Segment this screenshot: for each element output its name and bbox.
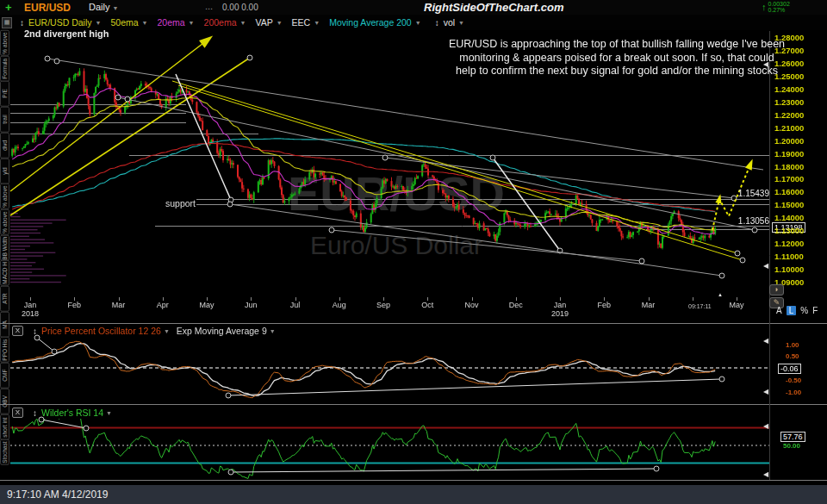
y-axis-price-label: 1.14000 [774,213,804,222]
ppo-axis-label: -1.00 [786,389,801,396]
x-axis-month-label: Jan [554,301,567,309]
scale-button-l[interactable]: L [787,306,797,315]
status-bar: 9:17:10 AM 4/12/2019 [0,485,827,504]
drawing-tools: ◗ ✎ [769,284,784,308]
scale-arrow-icon[interactable]: ◀ [763,262,768,270]
y-axis-price-label: 1.28000 [774,33,804,42]
ppo-value-box: -0.06 [778,364,801,374]
price-alert-label-upper: 1.15439 [718,189,769,198]
ppo-panel-header: X ↕ Price Percent Oscillator 12 26 ▼ Exp… [12,325,276,337]
rsi-value-box: 57.76 [780,432,805,442]
x-axis-month-label: Mar [112,301,126,309]
charting-app-window: + EUR/USD Daily ▼ ... 0.00 0.00 RightSid… [0,0,827,504]
support-label: support [165,198,196,208]
y-axis-price-label: 1.23000 [774,97,804,107]
scale-arrow-icon[interactable]: ◀ [763,470,768,478]
ppo-indicator-label[interactable]: Price Percent Oscillator 12 26 [41,326,161,336]
y-axis-price-label: 1.20000 [774,136,804,146]
scale-button-a[interactable]: A [776,306,782,315]
ppo-ema-label[interactable]: Exp Moving Average 9 [177,326,267,336]
scale-arrow-icon[interactable]: ◀ [763,60,768,68]
scale-button-f[interactable]: F [812,306,818,315]
y-axis-price-label: 1.12000 [774,239,804,248]
y-axis-price-label: 1.22000 [774,110,804,120]
x-axis-month-label: Dec [509,301,523,309]
ppo-axis-label: -0.50 [786,376,801,384]
x-axis-month-label: Jan [24,301,37,309]
y-axis-price-label: 1.18000 [774,162,804,171]
y-axis-price-label: 1.19000 [774,149,804,159]
close-icon[interactable]: X [12,326,23,336]
x-axis-month-label: Oct [421,301,433,309]
x-axis-month-label: Feb [597,301,611,309]
divergent-high-label: 2nd divergent high [24,28,109,39]
x-axis-month-label: Sep [376,301,390,309]
scale-mode-buttons: AL%F [776,306,818,315]
resize-arrows-icon[interactable]: ↕ [33,408,37,418]
y-axis-price-label: 1.21000 [774,123,804,133]
price-alert-label-lower: 1.13056 [718,216,769,226]
rsi-panel-header: X ↕ Wilder's RSI 14 ▼ [12,407,112,419]
x-axis-year-label: 2018 [22,309,39,318]
x-axis-month-label: Jun [245,301,258,309]
x-axis-month-label: Jul [290,301,301,309]
current-bar-marker: ▲ [718,292,723,297]
x-axis-month-label: May [199,301,214,309]
resize-arrows-icon[interactable]: ↕ [33,327,37,336]
rsi-indicator-label[interactable]: Wilder's RSI 14 [41,408,103,418]
y-axis-price-label: 1.10000 [774,264,804,274]
scale-arrow-icon[interactable]: ◀ [763,337,768,345]
y-axis-price-label: 1.25000 [774,72,804,81]
ppo-axis-label: 1.00 [786,341,799,349]
clock-datetime: 9:17:10 AM 4/12/2019 [7,488,108,501]
rsi-mid-label: 50.00 [783,442,800,450]
chevron-down-icon: ▼ [164,328,170,334]
y-axis-price-label: 1.13000 [774,226,804,235]
chart-annotation-note: EUR/USD is approaching the top of that b… [448,38,786,78]
x-axis-month-label: Apr [157,301,169,309]
eraser-tool-icon[interactable]: ◗ [769,284,784,296]
scale-button-pct[interactable]: % [800,306,808,315]
y-axis-price-label: 1.17000 [774,174,804,184]
x-axis-month-label: Nov [464,301,478,309]
x-axis-month-label: May [729,301,743,309]
chevron-down-icon: ▼ [106,410,112,416]
x-axis-month-label: Aug [333,301,346,309]
y-axis-price-label: 1.24000 [774,84,804,94]
x-axis-month-label: Mar [642,301,656,309]
bar-countdown-timer: 09:17:11 [688,303,712,309]
x-axis-month-label: Feb [67,301,81,309]
y-axis-price-label: 1.15000 [774,200,804,209]
y-axis-price-label: 1.27000 [774,46,804,55]
scale-arrow-icon[interactable]: ◀ [763,388,768,395]
y-axis-price-label: 1.26000 [774,59,804,68]
close-icon[interactable]: X [12,408,23,418]
y-axis-price-label: 1.16000 [774,187,804,196]
y-axis-price-label: 1.11000 [774,252,804,261]
x-axis-year-label: 2019 [551,309,569,318]
chevron-down-icon: ▼ [270,328,276,334]
ppo-axis-label: 0.50 [786,352,799,360]
scale-arrow-icon[interactable]: ◀ [763,422,768,430]
